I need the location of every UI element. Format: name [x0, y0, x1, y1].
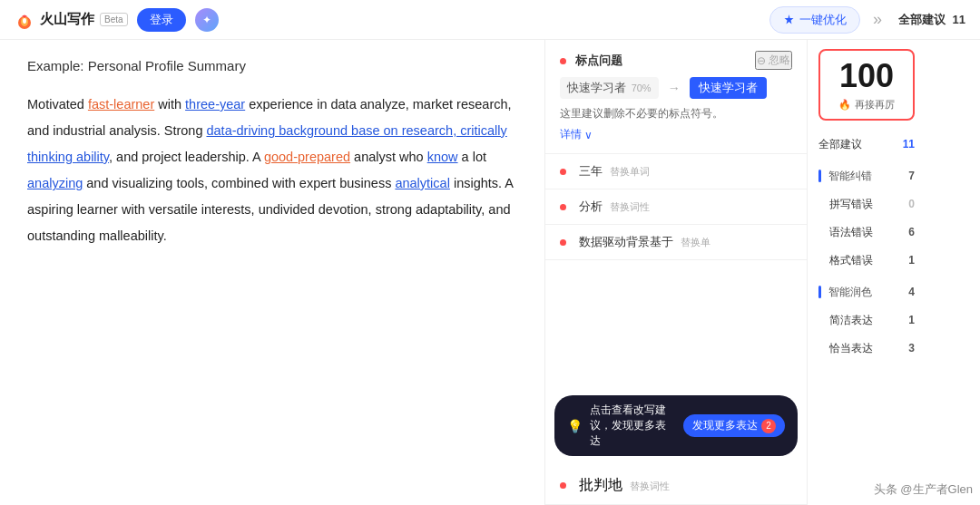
- sidebar-item-smart-tone[interactable]: 智能润色 4: [818, 281, 915, 304]
- sug-word-2: 分析 替换词性: [579, 199, 650, 215]
- dot-red-5: [560, 482, 566, 489]
- fire-icon: 🔥: [838, 99, 851, 111]
- suggestion-analyze: 分析 替换词性: [545, 189, 807, 225]
- spelling-count: 0: [908, 198, 915, 210]
- suggestion-header: 标点问题 ⊖ 忽略: [560, 51, 792, 70]
- suggestion-critically: 批判地 替换词性: [545, 467, 807, 505]
- dot-red: [560, 58, 566, 64]
- ignore-button[interactable]: ⊖ 忽略: [755, 51, 792, 70]
- optimize-button[interactable]: 一键优化: [769, 6, 860, 34]
- discover-badge: 2: [761, 419, 776, 433]
- tooltip-text: 点击查看改写建议，发现更多表达: [590, 403, 676, 449]
- beta-badge: Beta: [100, 13, 128, 26]
- word-comparison: 快速学习者 70% → 快速学习者: [560, 77, 792, 99]
- sidebar-item-smart-correction[interactable]: 智能纠错 7: [818, 165, 915, 188]
- divider-blue-2: [818, 286, 821, 298]
- text-good-prepared: good-prepared: [264, 150, 350, 164]
- sug-word-4: 批判地 替换词性: [579, 476, 670, 495]
- sidebar-item-spelling[interactable]: 拼写错误 0: [818, 193, 915, 216]
- detail-link[interactable]: 详情 ∨: [560, 127, 792, 142]
- sug-word-3: 数据驱动背景基于 替换单: [579, 234, 710, 250]
- suggestion-count-label: 全部建议 11: [895, 12, 965, 28]
- smart-tone-count: 4: [908, 286, 915, 298]
- score-subtitle: 🔥 再接再厉: [831, 98, 902, 112]
- text-know: know: [427, 150, 458, 164]
- navbar: 火山写作 Beta 登录 ✦ 一键优化 » 全部建议 11: [0, 0, 980, 40]
- format-count: 1: [908, 254, 915, 267]
- content-area: Example: Personal Profile Summary Motiva…: [0, 40, 544, 505]
- text-comma: , and project leadership. A: [109, 150, 264, 164]
- text-three-year: three-year: [185, 97, 245, 112]
- right-sidebar: 100 🔥 再接再厉 全部建议 11 智能纠错 7 拼写错误 0 语法错误 6: [808, 40, 926, 505]
- avatar: ✦: [195, 8, 219, 32]
- grammar-count: 6: [908, 226, 915, 238]
- tooltip-banner: 💡 点击查看改写建议，发现更多表达 发现更多表达 2: [554, 395, 798, 456]
- text-with: with: [154, 97, 185, 112]
- score-number: 100: [831, 58, 902, 94]
- smart-correction-count: 7: [908, 170, 915, 182]
- suggestion-label: 标点问题: [560, 52, 622, 69]
- more-button[interactable]: »: [869, 10, 886, 29]
- doc-title: Example: Personal Profile Summary: [27, 58, 517, 73]
- sidebar-item-concise[interactable]: 简洁表达 1: [818, 309, 915, 332]
- suggestion-punctuation: 标点问题 ⊖ 忽略 快速学习者 70% → 快速学习者 这里建议删除不必要的标点…: [545, 40, 807, 154]
- sidebar-item-format[interactable]: 格式错误 1: [818, 249, 915, 272]
- sidebar-item-appropriate[interactable]: 恰当表达 3: [818, 337, 915, 360]
- svg-point-2: [23, 18, 26, 24]
- login-button[interactable]: 登录: [137, 8, 186, 32]
- sidebar-item-all[interactable]: 全部建议 11: [818, 133, 915, 156]
- divider-blue-1: [818, 170, 821, 182]
- text-analytical: analytical: [395, 176, 449, 190]
- ignore-icon: ⊖: [757, 54, 766, 67]
- appropriate-count: 3: [908, 342, 915, 354]
- concise-count: 1: [908, 314, 915, 326]
- watermark: 头条 @生产者Glen: [874, 481, 973, 498]
- text-analyst: analyst who: [350, 150, 427, 164]
- chevron-down-icon: ∨: [584, 129, 593, 141]
- dot-red-2: [560, 169, 566, 175]
- text-and-vis: and visualizing tools, combined with exp…: [83, 176, 395, 190]
- dot-red-3: [560, 204, 566, 210]
- arrow-icon: →: [668, 81, 681, 95]
- svg-marker-3: [784, 15, 793, 24]
- word-original: 快速学习者 70%: [560, 77, 659, 99]
- suggestion-desc: 这里建议删除不必要的标点符号。: [560, 106, 792, 121]
- word-suggested[interactable]: 快速学习者: [690, 77, 767, 99]
- text-alot: a lot: [458, 150, 486, 164]
- middle-panel: 标点问题 ⊖ 忽略 快速学习者 70% → 快速学习者 这里建议删除不必要的标点…: [544, 40, 808, 505]
- logo-area: 火山写作 Beta: [15, 10, 128, 30]
- dot-red-4: [560, 239, 566, 246]
- suggestion-data-driven: 数据驱动背景基于 替换单: [545, 225, 807, 260]
- main-layout: Example: Personal Profile Summary Motiva…: [0, 40, 980, 505]
- text-fast-learner: fast-learner: [88, 97, 154, 112]
- bulb-icon: 💡: [567, 419, 583, 433]
- sidebar-item-grammar[interactable]: 语法错误 6: [818, 221, 915, 244]
- optimize-icon: [783, 14, 795, 25]
- score-box: 100 🔥 再接再厉: [818, 49, 915, 121]
- all-count: 11: [903, 138, 915, 151]
- text-analyzing: analyzing: [27, 176, 83, 190]
- text-motivated: Motivated: [27, 97, 88, 112]
- doc-body: Motivated fast-learner with three-year e…: [27, 92, 517, 249]
- logo-text: 火山写作: [40, 11, 94, 28]
- sug-word-1: 三年 替换单词: [579, 163, 650, 180]
- suggestion-three-year: 三年 替换单词: [545, 154, 807, 189]
- logo-icon: [15, 10, 34, 30]
- discover-button[interactable]: 发现更多表达 2: [683, 414, 785, 437]
